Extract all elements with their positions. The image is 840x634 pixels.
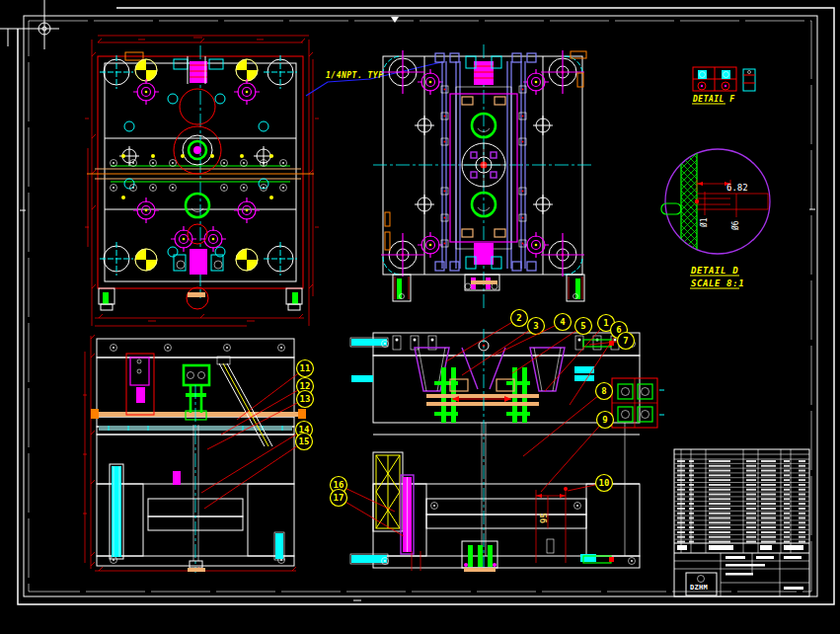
drawing-sheet: 1/4NPT. TYP	[0, 0, 840, 634]
detail-f-title: DETAIL F	[692, 95, 735, 104]
balloon-num-17: 17	[334, 493, 344, 503]
balloon-num-2: 2	[516, 313, 521, 323]
top-center-mark	[391, 17, 399, 23]
view-top-center-plan	[373, 44, 592, 308]
detail-d: 6.82 Ø1 Ø6 DETAIL D SCALE 8:1	[661, 146, 770, 288]
registration-mark	[0, 0, 59, 49]
drawing-canvas: 1/4NPT. TYP	[0, 0, 840, 634]
detail-d-length-dim: 6.82	[726, 183, 748, 193]
balloon-num-10: 10	[599, 478, 610, 488]
balloon-num-11: 11	[300, 363, 311, 373]
balloon-num-9: 9	[602, 415, 607, 425]
view-top-left-plan	[85, 36, 319, 326]
detail-d-scale: SCALE 8:1	[691, 278, 744, 288]
title-block: DZHM	[674, 449, 809, 596]
balloon-num-16: 16	[334, 480, 344, 490]
view-d-height-dim: 95	[539, 513, 549, 523]
balloon-num-7: 7	[623, 336, 628, 346]
pipe-thread-label: 1/4NPT. TYP	[326, 71, 383, 80]
detail-d-title: DETAIL D	[690, 266, 738, 276]
balloon-num-5: 5	[580, 321, 585, 331]
pipe-thread-note: 1/4NPT. TYP	[306, 62, 441, 96]
balloon-leader-13	[207, 399, 305, 449]
bolt-rows	[111, 160, 287, 192]
side-action-widget	[612, 378, 664, 428]
balloon-num-15: 15	[299, 436, 310, 446]
center-rail-assembly	[435, 53, 536, 271]
detail-d-body-dia: Ø6	[730, 220, 740, 230]
detail-d-pin-dia: Ø1	[699, 217, 709, 227]
balloon-num-12: 12	[300, 381, 311, 391]
detail-d-hatch	[681, 146, 697, 257]
detail-f: DETAIL F	[692, 67, 755, 104]
view-bottom-center-section: 95	[350, 329, 664, 573]
balloon-leader-14	[201, 430, 304, 493]
balloon-num-4: 4	[560, 317, 566, 327]
view-bottom-left-section	[83, 335, 306, 573]
balloon-num-8: 8	[601, 386, 606, 396]
balloon-num-3: 3	[533, 321, 538, 331]
balloon-leader-15	[204, 441, 304, 509]
balloon-leader-17	[339, 498, 404, 536]
title-block-logo: DZHM	[690, 584, 708, 592]
balloon-leader-2	[446, 318, 519, 361]
balloon-leader-8	[523, 391, 604, 456]
balloon-num-1: 1	[603, 318, 608, 328]
bom-table	[674, 459, 809, 543]
balloon-num-13: 13	[300, 394, 311, 404]
